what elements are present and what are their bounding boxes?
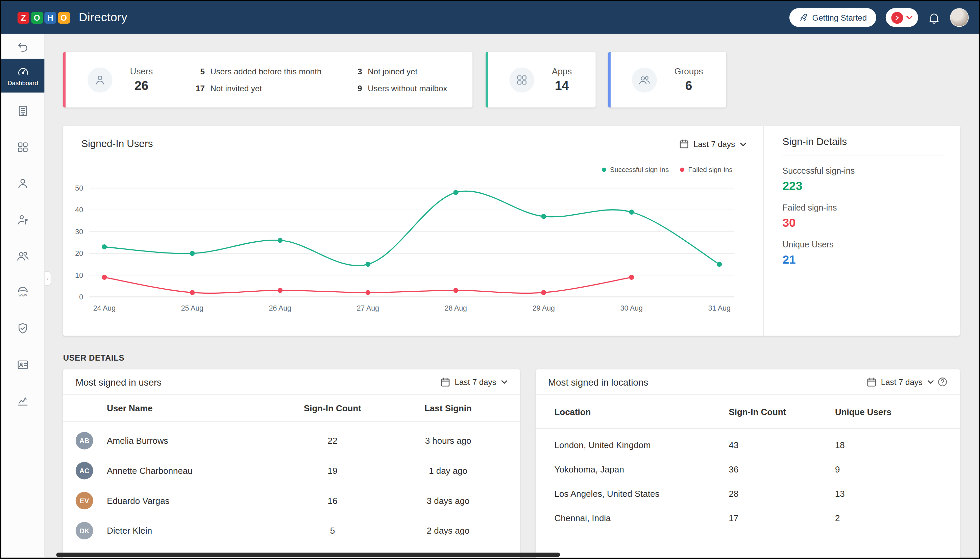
- sidebar-item-apps[interactable]: [2, 129, 45, 165]
- sidebar-item-organization[interactable]: [2, 93, 45, 129]
- failed-signins-stat: Failed sign-ins 30: [783, 203, 960, 230]
- most-users-title: Most signed in users: [76, 377, 162, 387]
- apps-label: Apps: [552, 66, 572, 76]
- most-locations-table-header: Location Sign-In Count Unique Users: [535, 395, 960, 429]
- svg-text:29 Aug: 29 Aug: [532, 304, 555, 312]
- user-name: Dieter Klein: [107, 526, 276, 536]
- building-icon: [16, 104, 30, 117]
- divider: [783, 156, 945, 157]
- unique-users: 9: [835, 464, 941, 474]
- signin-range-label: Last 7 days: [693, 139, 735, 149]
- svg-text:31 Aug: 31 Aug: [708, 304, 730, 312]
- zoho-logo[interactable]: Z O H O Directory: [18, 10, 127, 24]
- last-signin: 3 days ago: [388, 496, 507, 506]
- location: London, United Kingdom: [555, 440, 729, 450]
- user-flag-icon: [16, 213, 30, 226]
- sidebar-collapse-handle[interactable]: ›: [45, 271, 51, 286]
- chart-legend: Successful sign-ins Failed sign-ins: [602, 165, 733, 173]
- apps-grid-icon: [16, 140, 30, 154]
- table-row[interactable]: EV Eduardo Vargas 16 3 days ago: [63, 486, 520, 516]
- sidebar-item-dashboard[interactable]: Dashboard: [2, 59, 45, 93]
- location: Los Angeles, United States: [555, 488, 729, 498]
- most-users-header: Most signed in users Last 7 days: [63, 369, 520, 395]
- table-row[interactable]: Chennai, India 17 2: [535, 506, 960, 530]
- reports-chart-icon: [16, 394, 30, 407]
- signin-count: 5: [276, 526, 388, 536]
- signin-count: 36: [729, 464, 835, 474]
- legend-label: Failed sign-ins: [688, 165, 732, 173]
- svg-text:0: 0: [79, 293, 83, 301]
- logo-letter: H: [44, 12, 56, 23]
- table-row[interactable]: DK Dieter Klein 5 2 days ago: [63, 516, 520, 546]
- sidebar-item-admins[interactable]: [2, 202, 45, 238]
- users-stats: 5Users added before this month 17Not inv…: [194, 66, 447, 93]
- sidebar-item-reports[interactable]: [2, 382, 45, 419]
- notifications-bell-icon[interactable]: [928, 11, 941, 24]
- svg-text:30: 30: [75, 228, 83, 236]
- signin-details-title: Sign-in Details: [764, 126, 960, 148]
- calendar-icon: [866, 377, 876, 387]
- chevron-down-icon: [906, 15, 912, 19]
- chevron-down-icon: [501, 380, 507, 384]
- signin-range-picker[interactable]: Last 7 days: [679, 139, 746, 149]
- chevron-down-icon: [928, 380, 934, 384]
- users-label: Users: [130, 66, 153, 76]
- most-users-range-picker[interactable]: Last 7 days: [440, 377, 507, 387]
- most-locations-range-picker[interactable]: Last 7 days: [866, 377, 934, 387]
- svg-text:30 Aug: 30 Aug: [620, 304, 643, 312]
- legend-failed-signins[interactable]: Failed sign-ins: [680, 165, 732, 173]
- sidebar-item-groups[interactable]: [2, 238, 45, 274]
- table-row[interactable]: AB Amelia Burrows 22 3 hours ago: [63, 426, 520, 456]
- sidebar: Dashboard www: [2, 34, 45, 557]
- avatar: AB: [76, 432, 93, 450]
- groups-label: Groups: [674, 66, 703, 76]
- back-button[interactable]: [2, 34, 45, 59]
- help-icon[interactable]: [937, 377, 947, 387]
- groups-summary-card[interactable]: Groups 6: [608, 52, 727, 108]
- sidebar-item-security[interactable]: [2, 310, 45, 346]
- last-signin: 3 hours ago: [388, 436, 507, 446]
- table-row[interactable]: AC Annette Charbonneau 19 1 day ago: [63, 456, 520, 486]
- svg-text:50: 50: [75, 184, 83, 192]
- location: Chennai, India: [555, 513, 729, 523]
- signin-count: 16: [276, 496, 388, 506]
- user-details-section-title: USER DETAILS: [63, 353, 124, 363]
- signin-count: 28: [729, 488, 835, 498]
- legend-dot: [602, 167, 606, 172]
- users-summary-card[interactable]: Users 26 5Users added before this month …: [63, 52, 473, 108]
- table-row[interactable]: London, United Kingdom 43 18: [535, 433, 960, 457]
- sidebar-item-domains[interactable]: www: [2, 274, 45, 310]
- svg-text:20: 20: [75, 250, 83, 258]
- sidebar-item-contacts[interactable]: [2, 346, 45, 382]
- most-users-table-body: AB Amelia Burrows 22 3 hours ago AC Anne…: [63, 422, 520, 546]
- user-avatar[interactable]: [950, 8, 968, 27]
- legend-successful-signins[interactable]: Successful sign-ins: [602, 165, 669, 173]
- unique-users-stat: Unique Users 21: [783, 240, 960, 267]
- getting-started-button[interactable]: Getting Started: [789, 8, 876, 27]
- topbar-actions: Getting Started: [789, 2, 969, 34]
- user-name: Amelia Burrows: [107, 436, 276, 446]
- most-locations-header: Most signed in locations Last 7 days: [535, 369, 960, 395]
- groups-count: Groups 6: [674, 66, 703, 93]
- avatar: EV: [76, 492, 93, 509]
- apps-summary-card[interactable]: Apps 14: [486, 52, 596, 108]
- legend-dot: [680, 167, 684, 172]
- apps-grid-icon: [509, 67, 534, 92]
- svg-text:24 Aug: 24 Aug: [93, 304, 116, 312]
- org-switcher-button[interactable]: [886, 8, 918, 27]
- most-locations-title: Most signed in locations: [548, 377, 648, 387]
- user-icon: [88, 67, 112, 92]
- table-row[interactable]: Los Angeles, United States 28 13: [535, 481, 960, 506]
- table-row[interactable]: Yokohoma, Japan 36 9: [535, 457, 960, 481]
- svg-text:27 Aug: 27 Aug: [357, 304, 379, 312]
- user-icon: [16, 177, 30, 190]
- unique-users: 18: [835, 440, 941, 450]
- org-badge-icon: [891, 12, 903, 23]
- signin-line-chart: 0102030405024 Aug25 Aug26 Aug27 Aug28 Au…: [68, 181, 755, 320]
- sidebar-item-users[interactable]: [2, 165, 45, 201]
- signin-count: 43: [729, 440, 835, 450]
- apps-value: 14: [552, 79, 572, 93]
- horizontal-scrollbar[interactable]: [56, 552, 560, 557]
- getting-started-label: Getting Started: [812, 13, 867, 22]
- signed-in-users-panel: Signed-In Users Last 7 days Successful s…: [63, 126, 960, 336]
